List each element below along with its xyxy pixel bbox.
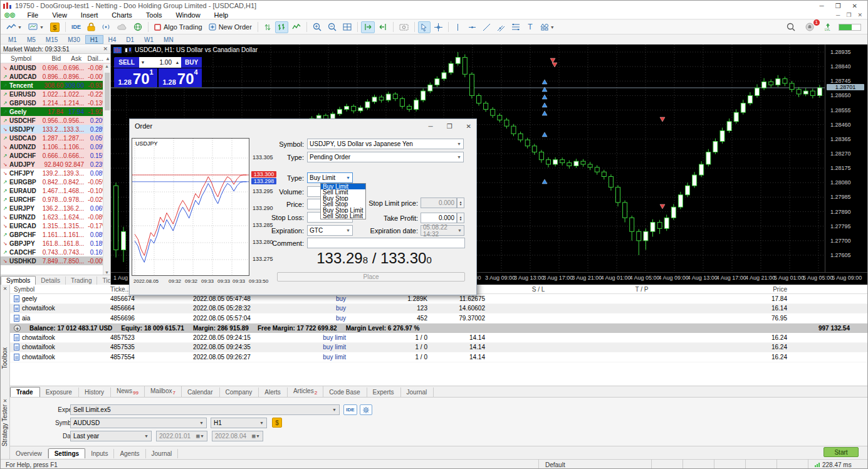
- close-icon[interactable]: ✕: [852, 3, 857, 9]
- new-chart-button[interactable]: ▼: [4, 21, 24, 33]
- menu-item[interactable]: Tools: [139, 11, 169, 19]
- market-watch-close-icon[interactable]: ✕: [103, 46, 108, 52]
- dialog-close-icon[interactable]: ✕: [466, 123, 471, 130]
- line-chart-icon[interactable]: [290, 21, 303, 33]
- tile-windows-icon[interactable]: [340, 21, 354, 33]
- timeframe-button[interactable]: M30: [63, 35, 85, 44]
- toolbox-tab[interactable]: Articles2: [288, 386, 323, 397]
- position-row[interactable]: ▤chowtaifook 48566642022.08.05 05:28:32b…: [10, 304, 868, 314]
- timeframe-button[interactable]: M1: [3, 35, 22, 44]
- order-dialog-titlebar[interactable]: Order ─ ❐ ✕: [130, 119, 476, 133]
- vps-status-icon[interactable]: LVL: [822, 21, 834, 33]
- vertical-line-icon[interactable]: [452, 21, 464, 33]
- algo-trading-button[interactable]: Algo Trading: [152, 21, 205, 33]
- market-watch-tab[interactable]: Details: [36, 277, 66, 285]
- buy-button[interactable]: BUY: [181, 57, 202, 68]
- tester-tab[interactable]: Inputs: [85, 449, 114, 458]
- market-row[interactable]: ↗ GBPCHF 1.161... 1.161... 0.08%: [1, 230, 110, 239]
- market-row[interactable]: ↗ AUDCHF 0.666... 0.666... 0.15%: [1, 151, 110, 160]
- tester-tab[interactable]: Overview: [10, 449, 48, 458]
- sell-button[interactable]: SELL: [114, 57, 139, 68]
- dropdown-option[interactable]: Sell Stop: [321, 201, 365, 207]
- take-profit-field[interactable]: 0.000: [421, 213, 457, 223]
- gear-icon[interactable]: [360, 404, 372, 415]
- timeframe-button[interactable]: W1: [139, 35, 159, 44]
- auto-scroll-icon[interactable]: [361, 21, 375, 33]
- timeframe-button[interactable]: M5: [22, 35, 41, 44]
- zoom-in-icon[interactable]: [310, 21, 324, 33]
- order-row[interactable]: ▥chowtaifook 48575352022.08.05 09:24:35b…: [10, 343, 868, 353]
- timeframe-button[interactable]: H4: [103, 35, 122, 44]
- toolbox-tab[interactable]: Company: [220, 387, 259, 397]
- order-row[interactable]: ▥chowtaifook 48575232022.08.05 09:24:15b…: [10, 333, 868, 343]
- metaeditor-button[interactable]: IDE: [69, 21, 83, 33]
- web-icon[interactable]: [131, 21, 145, 33]
- volume-stepper[interactable]: ▼ 1.00 ▲: [139, 57, 181, 68]
- buy-price[interactable]: 1.28 70 4: [159, 68, 202, 87]
- timeframe-button[interactable]: D1: [121, 35, 139, 44]
- col-profit[interactable]: Profit: [787, 286, 868, 293]
- col-daily[interactable]: Dail...: [81, 55, 103, 62]
- tester-tab[interactable]: Journal: [146, 449, 179, 458]
- menu-item[interactable]: Charts: [105, 11, 139, 19]
- market-row[interactable]: ↘ EURNZD 1.623... 1.624... -0.08%: [1, 213, 110, 221]
- col-symbol[interactable]: Symbol: [1, 55, 39, 62]
- cloud-icon[interactable]: [115, 21, 130, 33]
- toolbox-tab[interactable]: News99: [111, 386, 145, 397]
- position-row[interactable]: ▤aia 48566962022.08.05 05:57:04buy 45279…: [10, 314, 868, 324]
- dropdown-option[interactable]: Buy Stop: [321, 196, 365, 201]
- col-tp[interactable]: T / P: [592, 286, 692, 293]
- new-order-button[interactable]: New Order: [206, 21, 254, 33]
- comment-input[interactable]: [307, 238, 465, 248]
- market-row[interactable]: ↗ EURJPY 136.2... 136.2... 0.06%: [1, 204, 110, 213]
- market-row[interactable]: ↗ AUDCAD 0.896... 0.896... -0.00%: [1, 72, 110, 81]
- col-sl[interactable]: S / L: [485, 286, 592, 293]
- toolbox-tab[interactable]: Trade: [10, 387, 40, 397]
- symbol-select[interactable]: USDJPY, US Dollar vs Japanese Yen▼: [307, 139, 464, 149]
- scroll-up-icon[interactable]: ▲: [105, 56, 110, 61]
- latency-cell[interactable]: 228.47 ms: [808, 460, 867, 469]
- toolbox-tab[interactable]: Alerts: [259, 387, 288, 397]
- market-watch-tab[interactable]: Trading: [66, 277, 98, 285]
- market-row[interactable]: ↘ EURCAD 1.315... 1.315... -0.17%: [1, 221, 110, 230]
- market-watch-tab[interactable]: Symbols: [1, 276, 36, 285]
- order-type-select[interactable]: Pending Order▼: [307, 152, 464, 162]
- position-row[interactable]: ▤geely 48566742022.08.05 05:47:48buy 1.2…: [10, 294, 868, 304]
- market-watch-scrollbar[interactable]: ▲▼: [103, 64, 110, 275]
- price-scale[interactable]: 1.289351.288401.287451.286501.285551.284…: [825, 45, 868, 272]
- screenshot-icon[interactable]: [397, 21, 411, 33]
- restore-icon[interactable]: ❐: [835, 3, 841, 9]
- market-row[interactable]: ↘ AUDUSD 0.696... 0.696... -0.08%: [1, 63, 110, 72]
- notifications-icon[interactable]: 1: [803, 21, 817, 33]
- order-row[interactable]: ▥chowtaifook 48575542022.08.05 09:26:27b…: [10, 352, 868, 362]
- tester-period-select[interactable]: H1▼: [211, 418, 267, 428]
- market-row[interactable]: ↗ USDCAD 1.287... 1.287... 0.05%: [1, 134, 110, 142]
- text-tool-icon[interactable]: T: [524, 21, 536, 33]
- menu-item[interactable]: Help: [207, 11, 236, 19]
- toolbox-tab[interactable]: Code Base: [323, 387, 367, 397]
- expand-icon[interactable]: ＋: [14, 325, 21, 332]
- deposit-icon[interactable]: $: [272, 418, 282, 428]
- child-restore-icon[interactable]: ❐: [846, 12, 851, 18]
- dropdown-option[interactable]: Sell Stop Limit: [321, 213, 365, 219]
- signals-icon[interactable]: [99, 21, 113, 33]
- menu-item[interactable]: Window: [169, 11, 207, 19]
- dropdown-option[interactable]: Buy Limit: [321, 184, 365, 189]
- col-price[interactable]: Price: [692, 286, 787, 293]
- chart-shift-icon[interactable]: [376, 21, 390, 33]
- market-row[interactable]: ↘ AUDNZD 1.106... 1.106... 0.09%: [1, 142, 110, 151]
- market-row[interactable]: ↗ EURAUD 1.467... 1.468... -0.10%: [1, 186, 110, 195]
- child-minimize-icon[interactable]: ─: [836, 12, 840, 18]
- take-profit-spinner[interactable]: ▲▼: [457, 213, 464, 223]
- market-row[interactable]: ↗ Geely 17.84 17.94 -1.92%: [1, 107, 110, 116]
- dropdown-option[interactable]: Sell Limit: [321, 189, 365, 195]
- search-icon[interactable]: [784, 21, 798, 33]
- data-window-button[interactable]: $: [48, 21, 62, 33]
- market-row[interactable]: ↗ Tencent 308.60 309.00 -0.93%: [1, 81, 110, 90]
- timeframe-button[interactable]: MN: [159, 35, 179, 44]
- timeframe-button[interactable]: M15: [41, 35, 63, 44]
- dialog-minimize-icon[interactable]: ─: [429, 123, 433, 130]
- dialog-restore-icon[interactable]: ❐: [447, 123, 452, 130]
- horizontal-line-icon[interactable]: [466, 21, 479, 33]
- market-row[interactable]: ↘ GBPJPY 161.8... 161.8... 0.18%: [1, 239, 110, 248]
